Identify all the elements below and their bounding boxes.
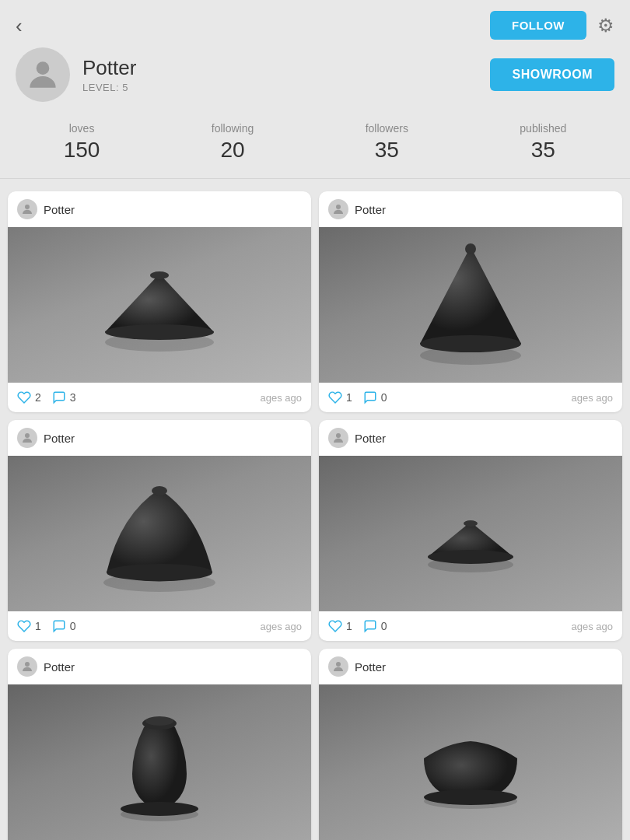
time-ago: ages ago — [261, 621, 303, 632]
stats-row: loves 150 following 20 followers 35 publ… — [0, 114, 630, 179]
svg-point-13 — [336, 433, 341, 438]
pottery-shape — [319, 684, 622, 840]
card-footer: 1 0 ages ago — [319, 383, 622, 412]
heart-icon — [328, 619, 342, 633]
post-card[interactable]: Potter 2 — [8, 191, 311, 412]
stat-published-value: 35 — [531, 138, 555, 163]
svg-point-24 — [424, 789, 517, 805]
comments-stat[interactable]: 0 — [363, 390, 387, 404]
comment-icon — [363, 390, 377, 404]
stat-published: published 35 — [520, 122, 566, 163]
post-card[interactable]: Potter 1 — [8, 420, 311, 641]
comments-count: 0 — [381, 391, 387, 404]
post-card[interactable]: Potter 1 — [319, 420, 622, 641]
likes-count: 1 — [346, 391, 352, 404]
svg-point-5 — [336, 205, 341, 209]
comments-count: 0 — [70, 620, 76, 632]
stat-following-label: following — [212, 122, 254, 135]
svg-point-22 — [336, 662, 341, 667]
pottery-shape — [319, 227, 622, 383]
card-header: Potter — [319, 649, 622, 684]
pottery-shape — [8, 227, 311, 383]
card-avatar — [17, 199, 37, 219]
svg-point-17 — [25, 662, 30, 667]
card-avatar — [17, 428, 37, 448]
follow-button[interactable]: FOLLOW — [490, 11, 586, 40]
stat-loves-value: 150 — [64, 138, 100, 163]
svg-point-4 — [150, 271, 169, 279]
svg-point-21 — [145, 716, 173, 726]
svg-point-12 — [152, 486, 167, 495]
post-card[interactable]: Potter 1 — [319, 649, 622, 840]
svg-point-9 — [25, 433, 30, 438]
post-card[interactable]: Potter 1 — [319, 191, 622, 412]
likes-stat[interactable]: 1 — [17, 619, 41, 633]
profile-level: LEVEL: 5 — [82, 82, 136, 93]
svg-point-8 — [465, 243, 476, 254]
card-header: Potter — [8, 420, 311, 456]
card-username: Potter — [44, 432, 75, 445]
avatar — [16, 47, 70, 102]
comments-count: 0 — [381, 620, 387, 632]
likes-count: 1 — [35, 620, 41, 632]
card-username: Potter — [44, 660, 75, 674]
svg-point-7 — [420, 335, 521, 352]
comment-icon — [363, 619, 377, 633]
card-username: Potter — [44, 203, 75, 216]
heart-icon — [328, 390, 342, 404]
card-header: Potter — [319, 191, 622, 227]
card-avatar — [328, 199, 348, 219]
svg-point-3 — [105, 324, 214, 340]
card-image — [319, 684, 622, 840]
card-username: Potter — [355, 660, 386, 674]
stat-following-value: 20 — [220, 138, 244, 163]
card-avatar — [17, 656, 37, 677]
card-image — [8, 456, 311, 611]
showroom-button[interactable]: SHOWROOM — [490, 58, 614, 91]
pottery-shape — [8, 684, 311, 840]
likes-stat[interactable]: 2 — [17, 390, 41, 404]
posts-grid: Potter 2 — [0, 191, 630, 840]
top-bar: ‹ FOLLOW ⚙ — [0, 0, 630, 47]
stat-loves: loves 150 — [64, 122, 100, 163]
comment-icon — [52, 619, 66, 633]
profile-section: Potter LEVEL: 5 SHOWROOM — [0, 47, 630, 114]
card-header: Potter — [319, 420, 622, 456]
card-footer: 1 0 ages ago — [8, 611, 311, 641]
svg-point-11 — [107, 564, 212, 581]
stat-followers-value: 35 — [375, 138, 399, 163]
heart-icon — [17, 390, 31, 404]
post-card[interactable]: Potter 1 — [8, 649, 311, 840]
profile-info: Potter LEVEL: 5 — [82, 56, 136, 93]
svg-point-19 — [121, 802, 198, 816]
time-ago: ages ago — [261, 392, 303, 404]
comments-stat[interactable]: 0 — [363, 619, 387, 633]
card-header: Potter — [8, 191, 311, 227]
card-footer: 1 0 ages ago — [319, 611, 622, 641]
comments-stat[interactable]: 3 — [52, 390, 76, 404]
top-bar-right: FOLLOW ⚙ — [490, 11, 614, 40]
likes-count: 2 — [35, 391, 41, 404]
card-image — [319, 456, 622, 611]
heart-icon — [17, 619, 31, 633]
card-username: Potter — [355, 203, 386, 216]
comments-count: 3 — [70, 391, 76, 404]
time-ago: ages ago — [572, 621, 614, 632]
stat-following: following 20 — [212, 122, 254, 163]
card-username: Potter — [355, 432, 386, 445]
comments-stat[interactable]: 0 — [52, 619, 76, 633]
back-button[interactable]: ‹ — [16, 16, 23, 36]
card-image — [8, 227, 311, 383]
stat-followers: followers 35 — [366, 122, 408, 163]
stat-published-label: published — [520, 122, 566, 135]
card-footer: 2 3 ages ago — [8, 383, 311, 412]
card-image — [8, 684, 311, 840]
pottery-shape — [8, 456, 311, 611]
svg-point-15 — [428, 550, 513, 564]
likes-stat[interactable]: 1 — [328, 619, 352, 633]
settings-icon[interactable]: ⚙ — [597, 15, 614, 37]
svg-point-16 — [464, 520, 478, 527]
svg-point-1 — [25, 205, 30, 209]
card-avatar — [328, 656, 348, 677]
likes-stat[interactable]: 1 — [328, 390, 352, 404]
